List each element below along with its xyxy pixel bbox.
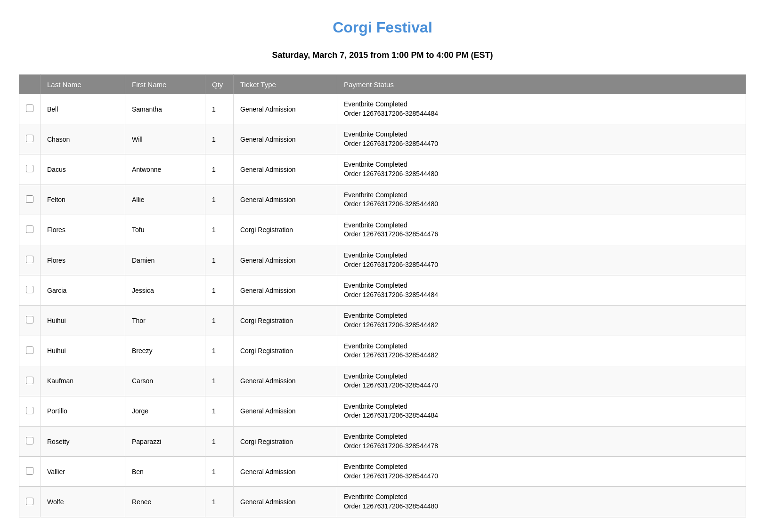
table-row: RosettyPaparazzi1Corgi RegistrationEvent…: [19, 427, 746, 457]
cell-payment-status: Eventbrite CompletedOrder 12676317206-32…: [337, 245, 746, 275]
cell-qty: 1: [205, 275, 234, 306]
cell-lastname: Garcia: [41, 275, 125, 306]
row-checkbox[interactable]: [26, 195, 33, 203]
cell-firstname: Jessica: [125, 275, 205, 306]
table-row: FeltonAllie1General AdmissionEventbrite …: [19, 185, 746, 215]
header-qty: Qty: [205, 75, 234, 95]
header-ticket: Ticket Type: [234, 75, 337, 95]
cell-lastname: Huihui: [41, 336, 125, 366]
attendees-table: Last Name First Name Qty Ticket Type Pay…: [19, 74, 746, 517]
cell-lastname: Portillo: [41, 396, 125, 426]
cell-lastname: Flores: [41, 215, 125, 245]
table-row: PortilloJorge1General AdmissionEventbrit…: [19, 396, 746, 426]
cell-ticket-type: Corgi Registration: [234, 427, 337, 457]
cell-firstname: Renee: [125, 487, 205, 517]
row-checkbox[interactable]: [26, 467, 33, 475]
cell-qty: 1: [205, 336, 234, 366]
cell-ticket-type: General Admission: [234, 94, 337, 124]
row-checkbox[interactable]: [26, 377, 33, 384]
cell-firstname: Jorge: [125, 396, 205, 426]
row-checkbox[interactable]: [26, 226, 33, 233]
cell-qty: 1: [205, 154, 234, 185]
cell-qty: 1: [205, 427, 234, 457]
table-row: HuihuiThor1Corgi RegistrationEventbrite …: [19, 306, 746, 336]
cell-qty: 1: [205, 215, 234, 245]
cell-lastname: Bell: [41, 94, 125, 124]
cell-qty: 1: [205, 487, 234, 517]
cell-qty: 1: [205, 366, 234, 396]
cell-payment-status: Eventbrite CompletedOrder 12676317206-32…: [337, 94, 746, 124]
cell-payment-status: Eventbrite CompletedOrder 12676317206-32…: [337, 457, 746, 487]
cell-ticket-type: General Admission: [234, 185, 337, 215]
cell-qty: 1: [205, 245, 234, 275]
cell-lastname: Dacus: [41, 154, 125, 185]
cell-payment-status: Eventbrite CompletedOrder 12676317206-32…: [337, 154, 746, 185]
row-checkbox[interactable]: [26, 165, 33, 172]
cell-firstname: Antwonne: [125, 154, 205, 185]
header-firstname: First Name: [125, 75, 205, 95]
page-title: Corgi Festival: [19, 19, 746, 36]
cell-firstname: Thor: [125, 306, 205, 336]
cell-lastname: Chason: [41, 124, 125, 154]
row-checkbox[interactable]: [26, 437, 33, 444]
cell-ticket-type: General Admission: [234, 245, 337, 275]
cell-ticket-type: General Admission: [234, 275, 337, 306]
cell-lastname: Flores: [41, 245, 125, 275]
event-date: Saturday, March 7, 2015 from 1:00 PM to …: [19, 50, 746, 60]
cell-ticket-type: General Admission: [234, 124, 337, 154]
cell-lastname: Huihui: [41, 306, 125, 336]
cell-payment-status: Eventbrite CompletedOrder 12676317206-32…: [337, 185, 746, 215]
table-row: ChasonWill1General AdmissionEventbrite C…: [19, 124, 746, 154]
cell-payment-status: Eventbrite CompletedOrder 12676317206-32…: [337, 396, 746, 426]
table-row: VallierBen1General AdmissionEventbrite C…: [19, 457, 746, 487]
cell-ticket-type: Corgi Registration: [234, 306, 337, 336]
cell-firstname: Carson: [125, 366, 205, 396]
cell-lastname: Rosetty: [41, 427, 125, 457]
header-payment: Payment Status: [337, 75, 746, 95]
cell-ticket-type: General Admission: [234, 366, 337, 396]
table-row: KaufmanCarson1General AdmissionEventbrit…: [19, 366, 746, 396]
cell-lastname: Kaufman: [41, 366, 125, 396]
cell-qty: 1: [205, 185, 234, 215]
table-row: BellSamantha1General AdmissionEventbrite…: [19, 94, 746, 124]
cell-firstname: Will: [125, 124, 205, 154]
cell-ticket-type: General Admission: [234, 457, 337, 487]
cell-payment-status: Eventbrite CompletedOrder 12676317206-32…: [337, 215, 746, 245]
cell-qty: 1: [205, 396, 234, 426]
cell-ticket-type: General Admission: [234, 487, 337, 517]
table-row: FloresTofu1Corgi RegistrationEventbrite …: [19, 215, 746, 245]
cell-firstname: Ben: [125, 457, 205, 487]
cell-firstname: Breezy: [125, 336, 205, 366]
row-checkbox[interactable]: [26, 316, 33, 323]
table-row: GarciaJessica1General AdmissionEventbrit…: [19, 275, 746, 306]
cell-payment-status: Eventbrite CompletedOrder 12676317206-32…: [337, 124, 746, 154]
cell-qty: 1: [205, 457, 234, 487]
cell-ticket-type: Corgi Registration: [234, 336, 337, 366]
row-checkbox[interactable]: [26, 105, 33, 112]
cell-payment-status: Eventbrite CompletedOrder 12676317206-32…: [337, 275, 746, 306]
row-checkbox[interactable]: [26, 407, 33, 414]
header-lastname: Last Name: [41, 75, 125, 95]
row-checkbox[interactable]: [26, 135, 33, 142]
cell-firstname: Damien: [125, 245, 205, 275]
cell-payment-status: Eventbrite CompletedOrder 12676317206-32…: [337, 336, 746, 366]
row-checkbox[interactable]: [26, 347, 33, 354]
row-checkbox[interactable]: [26, 498, 33, 505]
cell-ticket-type: General Admission: [234, 154, 337, 185]
cell-qty: 1: [205, 306, 234, 336]
table-header-row: Last Name First Name Qty Ticket Type Pay…: [19, 75, 746, 95]
cell-lastname: Wolfe: [41, 487, 125, 517]
cell-qty: 1: [205, 124, 234, 154]
cell-firstname: Paparazzi: [125, 427, 205, 457]
table-row: FloresDamien1General AdmissionEventbrite…: [19, 245, 746, 275]
table-row: WolfeRenee1General AdmissionEventbrite C…: [19, 487, 746, 517]
cell-payment-status: Eventbrite CompletedOrder 12676317206-32…: [337, 366, 746, 396]
cell-payment-status: Eventbrite CompletedOrder 12676317206-32…: [337, 306, 746, 336]
row-checkbox[interactable]: [26, 256, 33, 263]
header-checkbox: [19, 75, 41, 95]
table-row: HuihuiBreezy1Corgi RegistrationEventbrit…: [19, 336, 746, 366]
table-row: DacusAntwonne1General AdmissionEventbrit…: [19, 154, 746, 185]
row-checkbox[interactable]: [26, 286, 33, 293]
cell-firstname: Tofu: [125, 215, 205, 245]
cell-firstname: Allie: [125, 185, 205, 215]
